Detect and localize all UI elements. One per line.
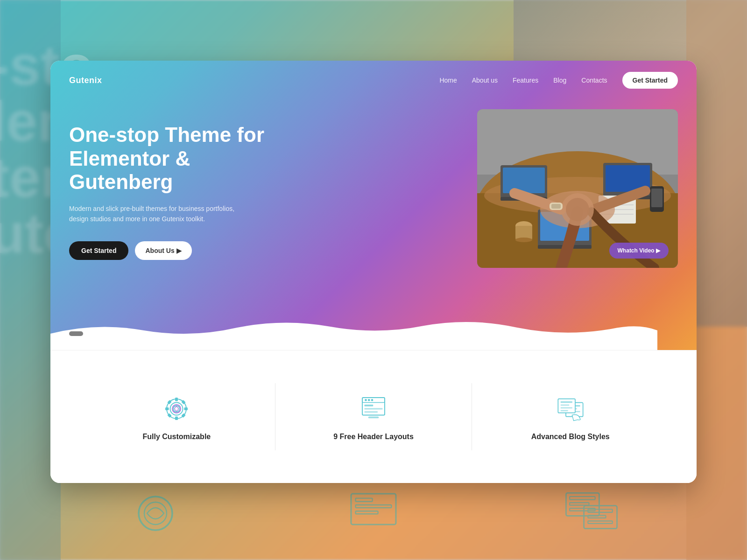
- svg-rect-61: [365, 408, 383, 410]
- hero-get-started-button[interactable]: Get Started: [69, 241, 128, 260]
- hero-content: One-stop Theme for Elementor & Gutenberg…: [50, 100, 697, 268]
- svg-rect-13: [588, 521, 612, 523]
- watch-video-button[interactable]: Whatch Video ▶: [609, 243, 669, 259]
- main-card: Gutenix Home About us Features Blog Cont…: [50, 61, 697, 483]
- nav-link-home[interactable]: Home: [439, 77, 457, 84]
- svg-point-37: [515, 238, 532, 242]
- hero-wave: [50, 313, 657, 350]
- features-section: Fully Customizable: [50, 350, 697, 483]
- svg-rect-62: [365, 411, 378, 413]
- svg-rect-71: [560, 407, 572, 409]
- svg-rect-4: [356, 505, 392, 508]
- feature-item-blog-styles: Advanced Blog Styles: [472, 383, 669, 450]
- svg-rect-48: [165, 407, 169, 410]
- feature-label-blog-styles: Advanced Blog Styles: [531, 433, 610, 441]
- hero-image-wrap: Whatch Video ▶: [477, 109, 678, 268]
- nav-cta-button[interactable]: Get Started: [622, 72, 678, 89]
- svg-rect-8: [570, 503, 589, 505]
- svg-rect-7: [570, 497, 595, 500]
- hero-subtitle: Modern and slick pre-built themes for bu…: [69, 203, 247, 224]
- hero-text: One-stop Theme for Elementor & Gutenberg…: [69, 114, 293, 260]
- nav-link-blog[interactable]: Blog: [553, 77, 566, 84]
- blog-icon: [554, 392, 587, 425]
- svg-rect-5: [356, 511, 378, 514]
- svg-rect-46: [175, 398, 178, 401]
- svg-rect-63: [368, 417, 379, 419]
- hero-section: Gutenix Home About us Features Blog Cont…: [50, 61, 697, 350]
- svg-rect-69: [560, 401, 572, 403]
- svg-point-58: [368, 399, 370, 401]
- nav-link-contacts[interactable]: Contacts: [581, 77, 607, 84]
- svg-rect-42: [551, 204, 561, 209]
- svg-point-40: [566, 198, 589, 221]
- layout-icon: [357, 392, 390, 425]
- feature-item-header-layouts: 9 Free Header Layouts: [275, 383, 472, 450]
- nav-dot-2[interactable]: [87, 331, 101, 336]
- feature-item-customizable: Fully Customizable: [78, 383, 275, 450]
- svg-point-59: [371, 399, 374, 401]
- hero-image: Whatch Video ▶: [477, 109, 678, 268]
- svg-rect-20: [503, 168, 545, 193]
- nav-dot-1[interactable]: [69, 331, 83, 336]
- svg-point-57: [365, 399, 367, 401]
- svg-rect-3: [356, 498, 373, 502]
- feature-label-header-layouts: 9 Free Header Layouts: [333, 433, 414, 441]
- svg-rect-60: [365, 405, 374, 406]
- watch-video-label: Whatch Video ▶: [618, 247, 660, 254]
- nav-link-about[interactable]: About us: [472, 77, 498, 84]
- nav-dots: [69, 331, 101, 336]
- nav-link-features[interactable]: Features: [513, 77, 538, 84]
- hero-about-us-button[interactable]: About Us ▶: [135, 241, 191, 260]
- nav-logo: Gutenix: [69, 76, 102, 85]
- hero-title: One-stop Theme for Elementor & Gutenberg: [69, 123, 293, 194]
- navbar: Gutenix Home About us Features Blog Cont…: [50, 61, 697, 100]
- gear-icon: [160, 392, 193, 425]
- hero-buttons: Get Started About Us ▶: [69, 241, 293, 260]
- feature-label-customizable: Fully Customizable: [142, 433, 211, 441]
- svg-rect-70: [560, 405, 569, 406]
- svg-rect-34: [651, 189, 662, 207]
- svg-rect-49: [184, 407, 188, 410]
- svg-rect-72: [560, 410, 568, 412]
- nav-links: Home About us Features Blog Contacts Get…: [439, 72, 678, 89]
- svg-rect-47: [175, 417, 178, 420]
- svg-rect-12: [588, 515, 606, 518]
